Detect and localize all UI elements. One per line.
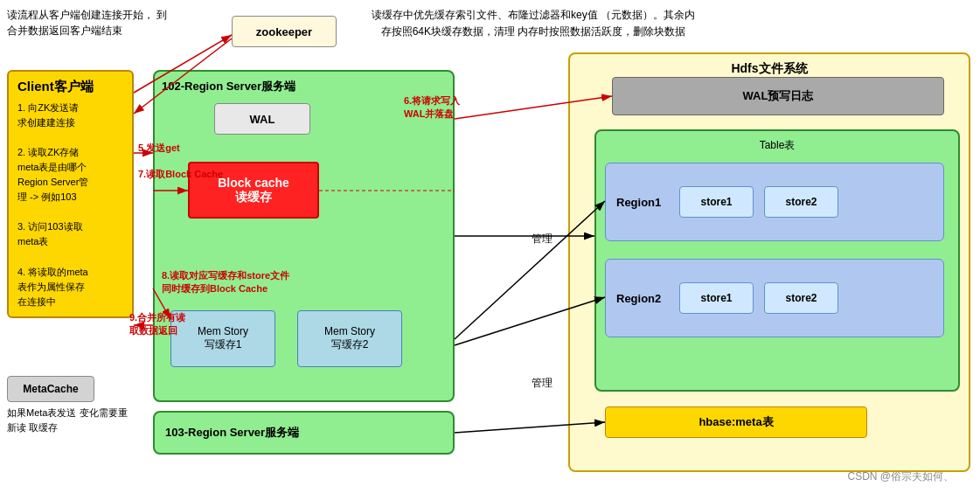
arrow-label-7: 7.读取Block Cache (138, 168, 223, 181)
region103-box: 103-Region Server服务端 (153, 411, 455, 455)
zookeeper-label: zookeeper (256, 25, 312, 38)
client-step-4: 4. 将读取的meta表作为属性保存在连接中 (17, 265, 123, 309)
mem-story-1-line2: 写缓存1 (205, 337, 242, 352)
region1-box: Region1 store1 store2 (605, 163, 944, 241)
arrow-label-8: 8.读取对应写缓存和store文件同时缓存到Block Cache (162, 269, 289, 295)
region2-store2: store2 (764, 282, 838, 314)
blockcache-line2: 读缓存 (235, 190, 272, 205)
client-step-1: 1. 向ZK发送请求创建建连接 (17, 101, 123, 130)
mem-story-2-line2: 写缓存2 (331, 337, 369, 352)
region2-label: Region2 (616, 292, 669, 305)
zookeeper-box: zookeeper (232, 16, 337, 47)
wal-inner-box: WAL (214, 103, 310, 135)
top-right-annotation: 读缓存中优先缓存索引文件、布隆过滤器和key值 （元数据）。其余内存按照64K块… (367, 7, 699, 40)
metacache-box: MetaCache (7, 376, 94, 402)
client-title: Client客户端 (17, 79, 123, 95)
hbase-meta-label: hbase:meta表 (699, 414, 773, 430)
wal-hdfs-box: WAL预写日志 (612, 77, 944, 115)
top-left-annotation: 读流程从客户端创建连接开始， 到合并数据返回客户端结束 (7, 7, 169, 38)
manage-label-1: 管理 (532, 232, 553, 247)
manage-label-2: 管理 (532, 376, 553, 391)
hdfs-title: Hdfs文件系统 (577, 61, 962, 77)
metacache-description: 如果Meta表发送 变化需要重新读 取缓存 (7, 406, 134, 434)
client-step-2: 2. 读取ZK存储meta表是由哪个Region Server管理 -> 例如1… (17, 145, 123, 205)
hbase-meta-box: hbase:meta表 (605, 406, 867, 438)
blockcache-line1: Block cache (218, 176, 289, 190)
client-step-3: 3. 访问103读取meta表 (17, 219, 123, 249)
region1-store1: store1 (679, 186, 754, 218)
arrow-label-5: 5.发送get (138, 142, 180, 155)
mem-story-1-box: Mem Story 写缓存1 (170, 310, 275, 367)
metacache-label: MetaCache (23, 383, 78, 395)
region2-store1: store1 (679, 282, 754, 314)
wal-inner-label: WAL (250, 113, 275, 126)
region1-store2: store2 (764, 186, 838, 218)
client-steps: 1. 向ZK发送请求创建建连接 2. 读取ZK存储meta表是由哪个Region… (17, 101, 123, 309)
mem-story-2-line1: Mem Story (324, 325, 375, 337)
diagram-container: 读流程从客户端创建连接开始， 到合并数据返回客户端结束 读缓存中优先缓存索引文件… (0, 0, 980, 500)
arrow-label-9: 9.合并所有读取数据返回 (129, 311, 185, 337)
region103-title: 103-Region Server服务端 (165, 425, 299, 441)
csdn-watermark: CSDN @俗宗夫如何、 (847, 469, 954, 484)
wal-hdfs-label: WAL预写日志 (743, 88, 814, 104)
region2-box: Region2 store1 store2 (605, 259, 944, 337)
region102-title: 102-Region Server服务端 (162, 79, 446, 94)
region1-label: Region1 (616, 196, 669, 209)
client-box: Client客户端 1. 向ZK发送请求创建建连接 2. 读取ZK存储meta表… (7, 70, 134, 318)
arrow-label-6: 6.将请求写入WAL并落盘 (404, 94, 460, 121)
mem-story-2-box: Mem Story 写缓存2 (297, 310, 402, 367)
mem-story-1-line1: Mem Story (198, 325, 248, 337)
table-title: Table表 (603, 138, 951, 153)
